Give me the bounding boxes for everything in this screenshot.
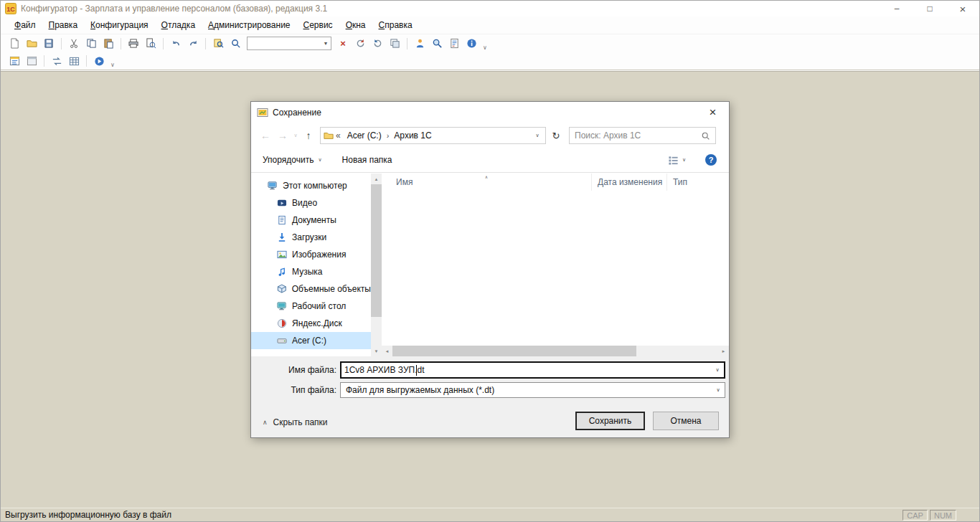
forward-button[interactable]: → bbox=[274, 130, 291, 141]
sidebar-item-label: Этот компьютер bbox=[283, 181, 347, 191]
scrollbar-thumb[interactable] bbox=[392, 346, 636, 356]
new-folder-button[interactable]: Новая папка bbox=[342, 155, 392, 165]
breadcrumb-overflow-icon[interactable]: « bbox=[334, 130, 343, 141]
start-debugging-button[interactable] bbox=[91, 54, 107, 68]
up-button[interactable]: ↑ bbox=[300, 130, 317, 141]
sidebar-item-yandex-disk[interactable]: Яндекс.Диск bbox=[251, 315, 371, 332]
window-title: Конфигуратор - Зарплата и управление пер… bbox=[21, 4, 327, 14]
toolbar-standard: ▼ × ∨ bbox=[1, 34, 979, 52]
config-tree-button[interactable] bbox=[6, 54, 22, 68]
goto-prev-button[interactable] bbox=[352, 37, 368, 51]
menu-item-tools[interactable]: Сервис bbox=[297, 18, 339, 32]
filename-dropdown-icon[interactable]: ∨ bbox=[711, 367, 724, 373]
address-dropdown-icon[interactable]: ∨ bbox=[532, 133, 542, 138]
menu-item-windows[interactable]: Окна bbox=[339, 18, 372, 32]
cut-button[interactable] bbox=[66, 37, 82, 51]
zoom-button[interactable] bbox=[227, 37, 243, 51]
sidebar-scrollbar[interactable]: ▲ ▼ bbox=[371, 174, 382, 356]
sidebar-item-label: Музыка bbox=[292, 267, 322, 277]
table-button[interactable] bbox=[66, 54, 82, 68]
dialog-close-button[interactable]: × bbox=[697, 102, 729, 123]
cancel-button[interactable]: Отмена bbox=[653, 412, 719, 430]
close-button[interactable]: × bbox=[946, 1, 979, 16]
redo-button[interactable] bbox=[185, 37, 201, 51]
debug-dropdown-icon[interactable]: ∨ bbox=[110, 62, 115, 68]
sidebar-item-documents[interactable]: Документы bbox=[251, 212, 371, 229]
config-check-icon bbox=[415, 38, 425, 49]
address-bar[interactable]: « Acer (C:) › Архив 1С ∨ bbox=[320, 127, 546, 144]
info-button[interactable] bbox=[463, 37, 479, 51]
sidebar-item-drive-c[interactable]: Acer (C:) bbox=[251, 332, 371, 349]
column-header-type[interactable]: Тип bbox=[667, 174, 729, 191]
title-bar[interactable]: 1С Конфигуратор - Зарплата и управление … bbox=[1, 1, 979, 16]
modules-button[interactable] bbox=[446, 37, 462, 51]
config-check-button[interactable] bbox=[412, 37, 428, 51]
column-header-label: Тип bbox=[673, 177, 687, 187]
sidebar-item-videos[interactable]: Видео bbox=[251, 194, 371, 212]
sort-ascending-icon[interactable]: ∧ bbox=[485, 169, 488, 186]
maximize-button[interactable]: □ bbox=[913, 1, 946, 16]
find-button[interactable] bbox=[210, 37, 226, 51]
windows-list-button[interactable] bbox=[387, 37, 402, 51]
sidebar-item-music[interactable]: Музыка bbox=[251, 263, 371, 280]
clear-button[interactable]: × bbox=[335, 37, 351, 51]
filename-input[interactable]: 1Cv8 АРХИВ ЗУП.dt ∨ bbox=[340, 361, 725, 379]
back-button[interactable]: ← bbox=[257, 130, 274, 141]
toolbar-overflow-icon[interactable]: ∨ bbox=[483, 44, 487, 51]
breadcrumb-drive[interactable]: Acer (C:) bbox=[343, 130, 386, 141]
print-preview-button[interactable] bbox=[143, 37, 159, 51]
status-indicators: CAP NUM bbox=[903, 510, 956, 521]
breadcrumb-folder[interactable]: Архив 1С bbox=[390, 130, 435, 141]
save-button[interactable]: Сохранить bbox=[575, 412, 645, 430]
procedure-combobox[interactable]: ▼ bbox=[247, 37, 331, 50]
view-mode-button[interactable]: ∨ bbox=[668, 155, 686, 166]
config-search-button[interactable] bbox=[429, 37, 445, 51]
menu-item-help[interactable]: Справка bbox=[372, 18, 419, 32]
config-window-button[interactable] bbox=[24, 54, 39, 68]
column-header-name[interactable]: Имя ∧ bbox=[382, 174, 592, 191]
help-button[interactable]: ? bbox=[705, 153, 717, 166]
search-input[interactable]: Поиск: Архив 1С bbox=[569, 127, 716, 144]
menu-item-edit[interactable]: Правка bbox=[42, 18, 85, 32]
undo-icon bbox=[171, 38, 182, 49]
recent-locations-icon[interactable]: ∨ bbox=[291, 133, 300, 138]
dialog-title-bar[interactable]: Сохранение × bbox=[251, 102, 729, 123]
horizontal-scrollbar[interactable]: ◄ ► bbox=[382, 346, 729, 356]
sidebar-item-this-pc[interactable]: Этот компьютер bbox=[251, 177, 371, 194]
sidebar-item-3d-objects[interactable]: Объемные объекты bbox=[251, 280, 371, 298]
print-button[interactable] bbox=[126, 37, 141, 51]
filetype-dropdown-icon[interactable]: ∨ bbox=[712, 387, 725, 393]
scroll-up-icon[interactable]: ▲ bbox=[371, 174, 382, 184]
copy-button[interactable] bbox=[83, 37, 99, 51]
view-mode-icon bbox=[668, 155, 679, 166]
scroll-left-icon[interactable]: ◄ bbox=[382, 346, 392, 356]
sidebar-item-downloads[interactable]: Загрузки bbox=[251, 229, 371, 246]
open-button[interactable] bbox=[24, 37, 39, 51]
filetype-select[interactable]: Файл для выгружаемых данных (*.dt) ∨ bbox=[340, 382, 725, 398]
menu-item-file[interactable]: Файл bbox=[8, 18, 42, 32]
menu-item-administration[interactable]: Администрирование bbox=[202, 18, 296, 32]
sidebar-item-desktop[interactable]: Рабочий стол bbox=[251, 298, 371, 315]
sidebar-item-pictures[interactable]: Изображения bbox=[251, 246, 371, 263]
config-tree-icon bbox=[9, 56, 20, 67]
exchange-button[interactable] bbox=[49, 54, 65, 68]
scroll-right-icon[interactable]: ► bbox=[718, 346, 729, 356]
config-window-icon bbox=[27, 56, 37, 67]
organize-button[interactable]: Упорядочить ∨ bbox=[263, 155, 322, 165]
scroll-down-icon[interactable]: ▼ bbox=[371, 346, 382, 356]
undo-button[interactable] bbox=[168, 37, 184, 51]
paste-button[interactable] bbox=[100, 37, 116, 51]
column-header-date-modified[interactable]: Дата изменения bbox=[592, 174, 667, 191]
scrollbar-thumb[interactable] bbox=[371, 184, 382, 317]
minimize-button[interactable]: – bbox=[880, 1, 913, 16]
menu-item-configuration[interactable]: Конфигурация bbox=[84, 18, 155, 32]
combobox-dropdown-icon[interactable]: ▼ bbox=[321, 41, 331, 46]
refresh-button[interactable]: ↻ bbox=[548, 127, 564, 144]
hide-folders-button[interactable]: ∧ Скрыть папки bbox=[263, 417, 328, 427]
navigation-pane: Этот компьютер Видео Документы Загрузки … bbox=[251, 174, 382, 356]
new-document-button[interactable] bbox=[6, 37, 22, 51]
info-icon bbox=[466, 38, 477, 49]
menu-item-debug[interactable]: Отладка bbox=[155, 18, 202, 32]
save-button-toolbar[interactable] bbox=[41, 37, 57, 51]
goto-next-button[interactable] bbox=[369, 37, 385, 51]
